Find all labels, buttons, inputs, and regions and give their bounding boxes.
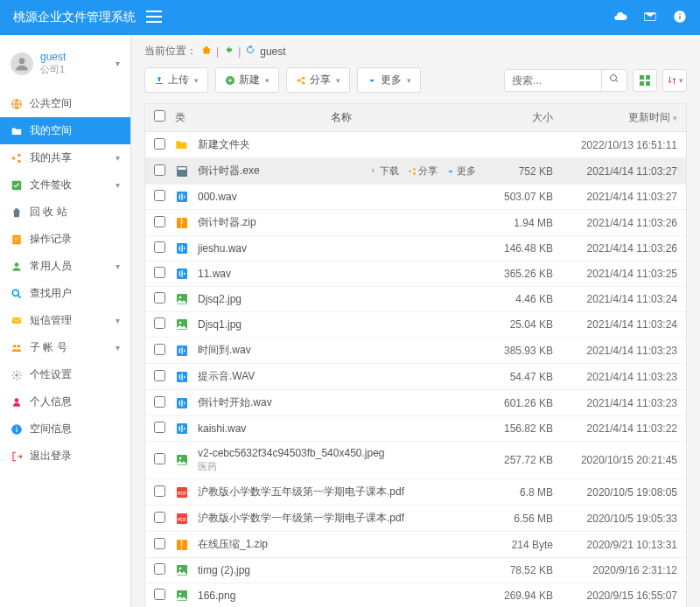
table-row[interactable]: jieshu.wav146.48 KB2021/4/14 11:03:26 — [145, 236, 686, 262]
table-row[interactable]: 倒计时器.zip1.94 MB2021/4/14 11:03:26 — [145, 210, 686, 236]
search-icon — [10, 288, 23, 300]
file-size: 6.56 MB — [485, 513, 564, 525]
col-time[interactable]: 更新时间 ▾ — [564, 110, 677, 125]
select-all-checkbox[interactable] — [154, 110, 165, 122]
back-icon[interactable] — [223, 45, 234, 58]
upload-button[interactable]: 上传▾ — [144, 67, 208, 93]
nav-item-3[interactable]: 文件签收▾ — [0, 171, 130, 199]
nav-label: 常用人员 — [30, 259, 108, 274]
row-checkbox[interactable] — [154, 396, 165, 408]
nav-item-13[interactable]: 退出登录 — [0, 443, 130, 470]
info-icon[interactable] — [673, 10, 687, 26]
pdf-icon: PDF — [175, 512, 189, 526]
nav-item-5[interactable]: 操作记录 — [0, 226, 130, 253]
row-checkbox[interactable] — [154, 512, 165, 523]
nav-label: 子 帐 号 — [30, 340, 108, 355]
menu-toggle-icon[interactable] — [146, 10, 162, 25]
table-row[interactable]: 倒计时器.exe下载分享更多752 KB2021/4/14 11:03:27 — [145, 158, 686, 185]
nav-item-10[interactable]: 个性设置 — [0, 361, 130, 388]
table-row[interactable]: kaishi.wav156.82 KB2021/4/14 11:03:22 — [145, 416, 686, 442]
table-row[interactable]: 倒计时开始.wav601.26 KB2021/4/14 11:03:23 — [145, 390, 686, 416]
row-checkbox[interactable] — [154, 267, 165, 278]
nav-item-6[interactable]: 常用人员▾ — [0, 253, 130, 280]
table-row[interactable]: 时间到.wav385.93 KB2021/4/14 11:03:23 — [145, 338, 686, 364]
file-name: jieshu.wav — [198, 242, 485, 255]
table-row[interactable]: 11.wav365.26 KB2021/4/14 11:03:25 — [145, 262, 686, 287]
breadcrumb-path[interactable]: guest — [260, 45, 285, 58]
row-checkbox[interactable] — [154, 422, 165, 433]
home-icon[interactable] — [201, 45, 212, 58]
new-button[interactable]: 新建▾ — [215, 67, 279, 93]
svg-point-11 — [13, 344, 16, 347]
cloud-download-icon[interactable] — [613, 10, 627, 26]
nav-item-7[interactable]: 查找用户 — [0, 280, 130, 307]
mail-icon[interactable] — [643, 10, 657, 26]
row-checkbox[interactable] — [154, 485, 165, 497]
separator: | — [238, 45, 241, 58]
table-row[interactable]: PDF沪教版小学数学一年级第一学期电子课本.pdf6.56 MB2020/10/… — [145, 506, 686, 532]
col-type[interactable]: 类 — [175, 110, 198, 125]
file-size: 4.46 KB — [485, 293, 564, 305]
nav-item-9[interactable]: 子 帐 号▾ — [0, 334, 130, 361]
table-row[interactable]: Djsq1.jpg25.04 KB2021/4/14 11:03:24 — [145, 312, 686, 338]
row-checkbox[interactable] — [154, 538, 165, 549]
sort-button[interactable]: ▾ — [662, 69, 687, 92]
row-checkbox[interactable] — [154, 589, 165, 600]
msg-icon — [10, 315, 23, 327]
more-button[interactable]: 更多▾ — [357, 67, 421, 93]
row-share[interactable]: 分享 — [408, 164, 438, 178]
col-name[interactable]: 名称 — [198, 110, 485, 125]
row-checkbox[interactable] — [154, 190, 165, 201]
nav-item-4[interactable]: 回 收 站 — [0, 199, 130, 226]
table-row[interactable]: 在线压缩_1.zip214 Byte2020/9/21 10:13:31 — [145, 532, 686, 558]
row-more[interactable]: 更多 — [446, 164, 476, 178]
table-row[interactable]: 000.wav503.07 KB2021/4/14 11:03:27 — [145, 185, 686, 210]
col-size[interactable]: 大小 — [485, 110, 564, 125]
row-checkbox[interactable] — [154, 216, 165, 227]
table-row[interactable]: timg (2).jpg78.52 KB2020/9/16 2:31:12 — [145, 558, 686, 583]
table-row[interactable]: PDF沪教版小学数学五年级第一学期电子课本.pdf6.8 MB2020/10/5… — [145, 479, 686, 506]
user-menu[interactable]: guest 公司1 ▾ — [0, 44, 130, 83]
nav-item-12[interactable]: 空间信息 — [0, 415, 130, 443]
chevron-down-icon: ▾ — [116, 343, 120, 352]
chevron-down-icon: ▾ — [116, 153, 120, 163]
nav-item-2[interactable]: 我的共享▾ — [0, 144, 130, 171]
log-icon — [10, 234, 23, 246]
img-icon — [175, 453, 189, 467]
file-time: 2021/4/14 11:03:27 — [564, 165, 677, 178]
user-icon — [10, 261, 23, 273]
row-checkbox[interactable] — [154, 344, 165, 355]
separator: | — [216, 45, 219, 58]
nav-item-0[interactable]: 公共空间 — [0, 90, 130, 117]
table-row[interactable]: 新建文件夹2022/10/13 16:51:11 — [145, 132, 686, 158]
refresh-icon[interactable] — [245, 45, 256, 58]
svg-point-28 — [413, 168, 416, 171]
share-button[interactable]: 分享▾ — [286, 67, 350, 93]
row-checkbox[interactable] — [154, 563, 165, 575]
table-row[interactable]: 提示音.WAV54.47 KB2021/4/14 11:03:23 — [145, 364, 686, 390]
grid-view-button[interactable] — [633, 69, 657, 92]
row-download[interactable]: 下载 — [369, 164, 399, 178]
row-checkbox[interactable] — [154, 370, 165, 381]
row-checkbox[interactable] — [154, 138, 165, 150]
file-size: 1.94 MB — [485, 217, 564, 229]
row-checkbox[interactable] — [154, 292, 165, 304]
info-icon — [10, 423, 23, 436]
pdf-icon: PDF — [175, 485, 189, 499]
nav-item-11[interactable]: 个人信息 — [0, 388, 130, 415]
nav-item-1[interactable]: 我的空间 — [0, 117, 130, 144]
table-row[interactable]: Djsq2.jpg4.46 KB2021/4/14 11:03:24 — [145, 287, 686, 312]
row-checkbox[interactable] — [154, 317, 165, 329]
search-button[interactable] — [601, 70, 626, 91]
sort-icon — [667, 75, 677, 86]
row-checkbox[interactable] — [154, 164, 165, 176]
table-row[interactable]: v2-cebc5632f34c94503fb_540x450.jpeg医药257… — [145, 442, 686, 479]
row-checkbox[interactable] — [154, 241, 165, 253]
search-input[interactable] — [505, 70, 601, 91]
chevron-down-icon: ▾ — [116, 180, 120, 190]
search-box — [504, 69, 627, 92]
table-row[interactable]: 166.png269.94 KB2020/9/15 16:55:07 — [145, 583, 686, 607]
row-checkbox[interactable] — [154, 453, 165, 464]
file-size: 503.07 KB — [485, 191, 564, 203]
nav-item-8[interactable]: 短信管理▾ — [0, 307, 130, 334]
